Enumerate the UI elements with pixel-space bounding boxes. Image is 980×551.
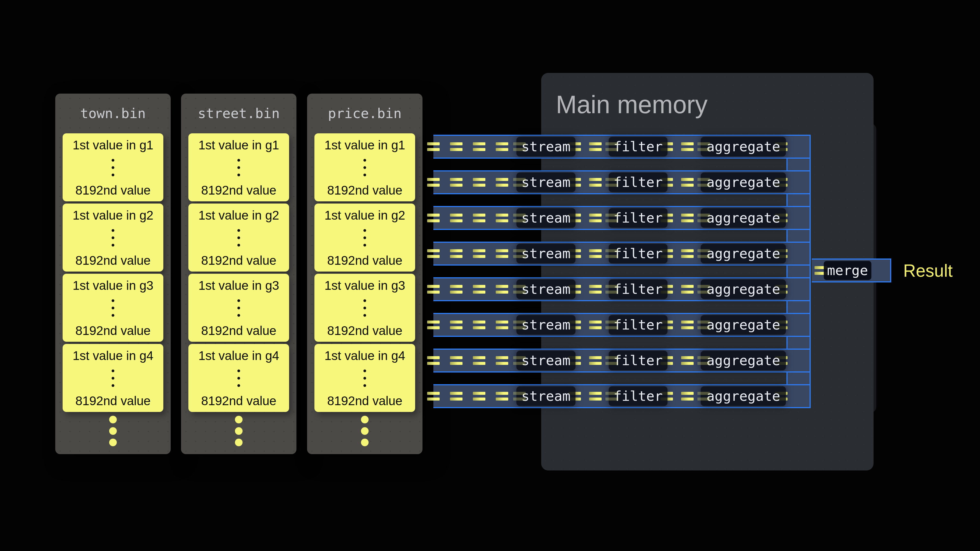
data-chunk-icon	[496, 392, 508, 400]
filter-operator: filter	[609, 173, 668, 192]
group-first-value: 1st value in g3	[325, 278, 405, 293]
vertical-ellipsis-icon	[111, 159, 115, 176]
row-group-block: 1st value in g1 8192nd value	[188, 133, 289, 202]
data-chunk-icon	[427, 249, 440, 258]
filter-operator: filter	[609, 279, 668, 299]
aggregate-operator: aggregate	[701, 208, 786, 228]
data-chunk-icon	[427, 356, 440, 365]
group-first-value: 1st value in g4	[325, 348, 405, 363]
aggregate-operator: aggregate	[701, 386, 786, 406]
data-chunk-icon	[473, 178, 485, 187]
group-first-value: 1st value in g4	[73, 348, 154, 363]
pipeline-row-7: stream filter aggregate	[433, 349, 810, 373]
group-first-value: 1st value in g3	[73, 278, 154, 293]
data-chunk-icon	[450, 178, 463, 187]
vertical-ellipsis-icon	[363, 229, 366, 246]
vertical-ellipsis-icon	[237, 229, 240, 246]
data-chunk-icon	[473, 142, 485, 151]
data-chunk-icon	[496, 285, 508, 294]
data-chunk-icon	[496, 249, 508, 258]
more-groups-icon	[181, 416, 296, 446]
data-chunk-icon	[681, 285, 694, 294]
data-chunk-icon	[681, 249, 694, 258]
pipeline-row-6: stream filter aggregate	[433, 313, 810, 337]
pipeline-row-4: stream filter aggregate	[433, 241, 810, 265]
group-last-value: 8192nd value	[75, 183, 151, 197]
data-chunk-icon	[473, 392, 485, 400]
stream-operator: stream	[516, 244, 576, 264]
data-chunk-icon	[473, 214, 485, 222]
data-chunk-icon	[496, 214, 508, 222]
data-chunk-icon	[450, 356, 463, 365]
data-chunk-icon	[589, 142, 601, 151]
main-memory-title: Main memory	[556, 91, 708, 118]
group-last-value: 8192nd value	[327, 323, 402, 338]
row-group-block: 1st value in g2 8192nd value	[188, 203, 289, 272]
aggregate-operator: aggregate	[701, 244, 786, 264]
group-first-value: 1st value in g1	[325, 138, 405, 152]
more-groups-icon	[55, 416, 171, 446]
stream-operator: stream	[516, 351, 576, 370]
data-chunk-icon	[427, 285, 440, 294]
data-chunk-icon	[427, 392, 440, 400]
group-last-value: 8192nd value	[75, 394, 151, 408]
row-group-block: 1st value in g1 8192nd value	[314, 133, 415, 202]
result-label: Result	[903, 261, 953, 281]
data-chunk-icon	[589, 178, 601, 187]
file-card-street: street.bin 1st value in g1 8192nd value …	[181, 94, 296, 454]
data-chunk-icon	[450, 214, 463, 222]
vertical-ellipsis-icon	[363, 159, 366, 176]
group-first-value: 1st value in g2	[325, 208, 405, 222]
aggregate-operator: aggregate	[701, 279, 786, 299]
file-name: price.bin	[307, 94, 423, 133]
stream-operator: stream	[516, 279, 576, 299]
data-chunk-icon	[681, 214, 694, 222]
data-chunk-icon	[427, 142, 440, 151]
stream-operator: stream	[516, 137, 576, 156]
group-first-value: 1st value in g3	[199, 278, 279, 293]
merge-operator: merge	[824, 261, 871, 280]
data-chunk-icon	[589, 214, 601, 222]
data-chunk-icon	[681, 356, 694, 365]
filter-operator: filter	[609, 351, 668, 370]
pipeline-row-3: stream filter aggregate	[433, 206, 810, 230]
data-chunk-icon	[450, 249, 463, 258]
group-first-value: 1st value in g1	[199, 138, 279, 152]
pipeline-row-1: stream filter aggregate	[433, 135, 810, 159]
group-first-value: 1st value in g2	[199, 208, 279, 222]
data-chunk-icon	[427, 178, 440, 187]
row-group-block: 1st value in g1 8192nd value	[63, 133, 163, 202]
data-chunk-icon	[473, 321, 485, 329]
data-chunk-icon	[450, 321, 463, 329]
data-chunk-icon	[450, 142, 463, 151]
group-last-value: 8192nd value	[75, 253, 151, 268]
group-last-value: 8192nd value	[201, 253, 276, 268]
file-card-price: price.bin 1st value in g1 8192nd value 1…	[307, 94, 423, 454]
row-group-block: 1st value in g2 8192nd value	[314, 203, 415, 272]
group-first-value: 1st value in g1	[73, 138, 154, 152]
vertical-ellipsis-icon	[111, 370, 115, 387]
row-group-block: 1st value in g4 8192nd value	[188, 344, 289, 412]
data-chunk-icon	[496, 178, 508, 187]
vertical-ellipsis-icon	[111, 299, 115, 317]
group-last-value: 8192nd value	[327, 183, 402, 197]
data-chunk-icon	[681, 142, 694, 151]
aggregate-operator: aggregate	[701, 315, 786, 335]
vertical-ellipsis-icon	[363, 299, 366, 317]
row-group-block: 1st value in g3 8192nd value	[188, 274, 289, 342]
filter-operator: filter	[609, 315, 668, 335]
data-chunk-icon	[681, 321, 694, 329]
pipeline-row-2: stream filter aggregate	[433, 170, 810, 194]
data-chunk-icon	[496, 356, 508, 365]
data-chunk-icon	[589, 356, 601, 365]
data-chunk-icon	[681, 178, 694, 187]
group-first-value: 1st value in g4	[199, 348, 279, 363]
data-chunk-icon	[473, 356, 485, 365]
aggregate-operator: aggregate	[701, 173, 786, 192]
data-chunk-icon	[589, 249, 601, 258]
data-chunk-icon	[473, 285, 485, 294]
row-group-block: 1st value in g3 8192nd value	[63, 274, 163, 342]
row-group-list: 1st value in g1 8192nd value 1st value i…	[181, 133, 296, 412]
filter-operator: filter	[609, 244, 668, 264]
stream-operator: stream	[516, 208, 576, 228]
